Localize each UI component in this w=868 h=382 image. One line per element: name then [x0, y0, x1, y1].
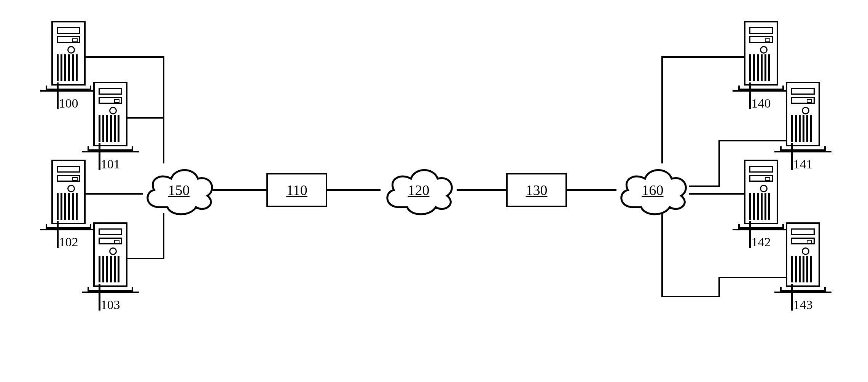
cloud-node-120: 120: [381, 162, 457, 219]
cloud-label: 160: [615, 162, 691, 219]
server-node-140: 140: [744, 21, 778, 111]
server-node-142: 142: [744, 160, 778, 249]
server-label: 143: [780, 298, 826, 312]
server-node-103: 103: [93, 222, 127, 312]
cloud-node-150: 150: [141, 162, 217, 219]
cloud-label: 120: [381, 162, 457, 219]
server-node-102: 102: [51, 160, 86, 249]
box-node-130: 130: [506, 173, 567, 207]
diagram-stage: 100 101 102 103 150 110 120 130 160: [0, 0, 868, 382]
cloud-label: 150: [141, 162, 217, 219]
server-label: 141: [780, 157, 826, 171]
server-node-141: 141: [786, 82, 820, 171]
server-label: 102: [46, 235, 91, 249]
box-node-110: 110: [266, 173, 327, 207]
server-label: 140: [738, 96, 784, 111]
box-label: 130: [526, 182, 548, 198]
server-label: 100: [46, 96, 91, 111]
box-label: 110: [286, 182, 307, 198]
cloud-node-160: 160: [615, 162, 691, 219]
server-label: 101: [88, 157, 133, 171]
server-node-101: 101: [93, 82, 127, 171]
server-node-100: 100: [51, 21, 86, 111]
server-label: 103: [88, 298, 133, 312]
server-label: 142: [738, 235, 784, 249]
server-node-143: 143: [786, 222, 820, 312]
